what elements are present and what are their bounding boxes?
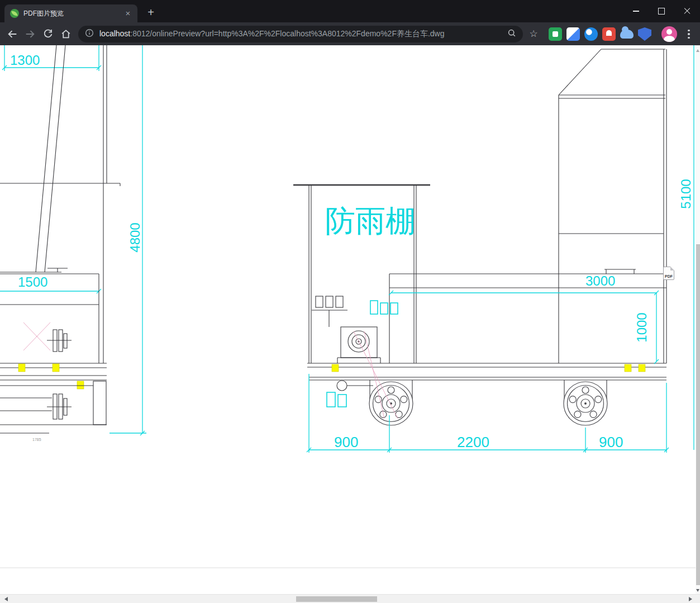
scroll-up-icon[interactable] <box>696 45 700 53</box>
zoom-magnifier-icon[interactable] <box>506 27 517 41</box>
maximize-button[interactable] <box>649 0 674 22</box>
vertical-scroll-thumb[interactable] <box>696 244 700 585</box>
scroll-right-icon[interactable] <box>685 595 694 603</box>
new-tab-button[interactable]: + <box>143 5 159 21</box>
wheel-left <box>369 382 413 425</box>
dim-1500: 1500 <box>18 274 47 289</box>
bookmark-star-icon[interactable]: ☆ <box>526 26 541 42</box>
minimize-button[interactable] <box>623 0 649 22</box>
browser-window: PDF图片预览 × + localhost:8012/onlinePreview… <box>0 0 700 603</box>
dim-1300: 1300 <box>10 53 40 68</box>
extension-icon-cloud[interactable] <box>620 30 634 39</box>
browser-menu-icon[interactable] <box>681 26 697 42</box>
dim-note-1785: 1785 <box>32 438 41 441</box>
dim-3000: 3000 <box>585 273 615 288</box>
shelter-label: 防雨棚 <box>325 204 416 238</box>
window-close-button[interactable] <box>674 0 700 22</box>
dim-1000: 1000 <box>634 312 649 342</box>
extension-icon-translate[interactable] <box>566 27 580 41</box>
dim-4800: 4800 <box>127 222 142 252</box>
reload-button[interactable] <box>40 26 56 42</box>
cad-drawing-svg: 1300 1500 <box>0 45 696 594</box>
window-controls <box>623 0 700 22</box>
dwg-preview-canvas: 1300 1500 <box>0 45 696 594</box>
vertical-scrollbar[interactable] <box>696 45 700 594</box>
tab-close-icon[interactable]: × <box>123 8 133 18</box>
home-button[interactable] <box>58 26 74 42</box>
forward-button[interactable] <box>22 26 38 42</box>
horizontal-scroll-thumb[interactable] <box>296 596 377 602</box>
title-bar: PDF图片预览 × + <box>0 0 700 22</box>
dim-5100: 5100 <box>678 179 693 208</box>
site-info-icon[interactable] <box>84 27 95 41</box>
dim-900-left: 900 <box>334 434 358 450</box>
url-host: localhost <box>99 29 130 38</box>
back-button[interactable] <box>4 26 20 42</box>
pdf-file-badge[interactable]: PDF <box>663 267 674 280</box>
tab-title: PDF图片预览 <box>23 9 123 18</box>
extension-icon-red[interactable] <box>602 27 616 41</box>
browser-tab[interactable]: PDF图片预览 × <box>4 4 137 22</box>
url-text: localhost:8012/onlinePreview?url=http%3A… <box>99 29 506 39</box>
url-path: :8012/onlinePreview?url=http%3A%2F%2Floc… <box>130 29 444 38</box>
dim-900-right: 900 <box>599 434 623 450</box>
spring-leaf-favicon <box>10 9 19 18</box>
wheel-right <box>564 382 607 425</box>
extension-icon-green[interactable] <box>549 27 562 41</box>
profile-avatar[interactable] <box>661 26 677 42</box>
address-bar[interactable]: localhost:8012/onlinePreview?url=http%3A… <box>78 26 523 42</box>
scroll-down-icon[interactable] <box>696 586 700 594</box>
horizontal-scrollbar[interactable] <box>0 594 700 603</box>
dim-2200: 2200 <box>457 434 489 450</box>
scroll-left-icon[interactable] <box>0 595 9 603</box>
extension-icon-blue-circle[interactable] <box>584 27 598 41</box>
